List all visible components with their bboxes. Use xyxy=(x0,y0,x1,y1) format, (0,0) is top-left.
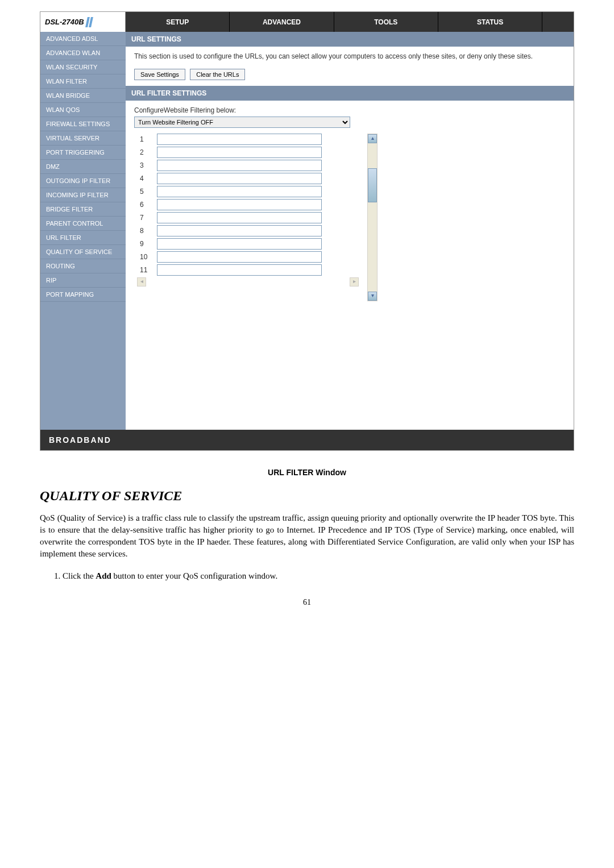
url-input-list: 1 2 3 4 5 6 7 8 9 10 11 ▴ ▾ xyxy=(134,134,565,276)
content-area: URL SETTINGS This section is used to con… xyxy=(126,32,574,430)
url-row: 8 xyxy=(134,225,565,236)
sidebar-item-port-mapping[interactable]: PORT MAPPING xyxy=(40,288,126,302)
logo-bars-icon xyxy=(86,17,92,27)
url-row: 9 xyxy=(134,238,565,250)
tab-setup[interactable]: SETUP xyxy=(126,12,230,32)
url-row: 4 xyxy=(134,173,565,184)
logo: DSL-2740B xyxy=(40,12,126,32)
sidebar-item-advanced-adsl[interactable]: ADVANCED ADSL xyxy=(40,32,126,46)
url-row: 5 xyxy=(134,186,565,197)
url-row: 7 xyxy=(134,212,565,223)
sidebar-item-wlan-bridge[interactable]: WLAN BRIDGE xyxy=(40,89,126,103)
section-heading: QUALITY OF SERVICE xyxy=(40,488,574,504)
url-input-1[interactable] xyxy=(157,134,322,145)
url-row: 3 xyxy=(134,160,565,171)
url-row: 1 xyxy=(134,134,565,145)
sidebar: ADVANCED ADSL ADVANCED WLAN WLAN SECURIT… xyxy=(40,32,126,430)
sidebar-item-url-filter[interactable]: URL FILTER xyxy=(40,231,126,245)
url-settings-description: This section is used to configure the UR… xyxy=(134,52,565,60)
sidebar-item-port-triggering[interactable]: PORT TRIGGERING xyxy=(40,146,126,160)
url-row: 11 xyxy=(134,264,565,276)
scroll-down-icon[interactable]: ▾ xyxy=(368,292,377,301)
sidebar-item-outgoing-ip-filter[interactable]: OUTGOING IP FILTER xyxy=(40,174,126,188)
url-settings-body: This section is used to configure the UR… xyxy=(126,47,574,86)
router-admin-frame: DSL-2740B SETUP ADVANCED TOOLS STATUS AD… xyxy=(40,11,574,451)
sidebar-item-firewall-settings[interactable]: FIREWALL SETTINGS xyxy=(40,117,126,131)
sidebar-item-advanced-wlan[interactable]: ADVANCED WLAN xyxy=(40,46,126,60)
sidebar-item-routing[interactable]: ROUTING xyxy=(40,259,126,273)
sidebar-item-incoming-ip-filter[interactable]: INCOMING IP FILTER xyxy=(40,188,126,202)
url-input-5[interactable] xyxy=(157,186,322,197)
scroll-right-icon[interactable]: ▸ xyxy=(350,277,359,286)
url-input-8[interactable] xyxy=(157,225,322,236)
tab-tools[interactable]: TOOLS xyxy=(334,12,438,32)
horizontal-scrollbar[interactable]: ◂ ▸ xyxy=(137,277,359,286)
url-input-6[interactable] xyxy=(157,199,322,210)
url-input-11[interactable] xyxy=(157,264,322,276)
main-area: ADVANCED ADSL ADVANCED WLAN WLAN SECURIT… xyxy=(40,32,574,430)
list-item: Click the Add button to enter your QoS c… xyxy=(63,571,574,581)
url-input-9[interactable] xyxy=(157,238,322,250)
tab-advanced[interactable]: ADVANCED xyxy=(230,12,334,32)
sidebar-item-virtual-server[interactable]: VIRTUAL SERVER xyxy=(40,131,126,146)
clear-urls-button[interactable]: Clear the URLs xyxy=(190,69,245,80)
sidebar-item-wlan-security[interactable]: WLAN SECURITY xyxy=(40,60,126,74)
sidebar-item-quality-of-service[interactable]: QUALITY OF SERVICE xyxy=(40,245,126,259)
vertical-scrollbar[interactable]: ▴ ▾ xyxy=(367,134,377,301)
scroll-left-icon[interactable]: ◂ xyxy=(137,277,146,286)
top-navigation: DSL-2740B SETUP ADVANCED TOOLS STATUS xyxy=(40,12,574,32)
scroll-thumb[interactable] xyxy=(368,168,377,202)
website-filtering-select[interactable]: Turn Website Filtering OFF xyxy=(134,117,350,128)
url-settings-header: URL SETTINGS xyxy=(126,32,574,47)
instruction-list: Click the Add button to enter your QoS c… xyxy=(63,571,574,581)
sidebar-item-bridge-filter[interactable]: BRIDGE FILTER xyxy=(40,202,126,217)
url-input-7[interactable] xyxy=(157,212,322,223)
url-input-3[interactable] xyxy=(157,160,322,171)
filtering-label: ConfigureWebsite Filtering below: xyxy=(134,106,565,114)
document-section: QUALITY OF SERVICE QoS (Quality of Servi… xyxy=(40,488,574,581)
sidebar-item-wlan-filter[interactable]: WLAN FILTER xyxy=(40,74,126,89)
figure-caption: URL FILTER Window xyxy=(11,468,603,477)
url-row: 10 xyxy=(134,251,565,263)
tab-status[interactable]: STATUS xyxy=(438,12,542,32)
url-filter-settings-header: URL FILTER SETTINGS xyxy=(126,86,574,101)
tab-spacer xyxy=(542,12,574,32)
section-paragraph: QoS (Quality of Service) is a traffic cl… xyxy=(40,512,574,560)
url-filter-settings-body: ConfigureWebsite Filtering below: Turn W… xyxy=(126,101,574,292)
scroll-up-icon[interactable]: ▴ xyxy=(368,134,377,143)
sidebar-item-rip[interactable]: RIP xyxy=(40,273,126,288)
sidebar-item-wlan-qos[interactable]: WLAN QOS xyxy=(40,103,126,117)
url-row: 6 xyxy=(134,199,565,210)
sidebar-item-parent-control[interactable]: PARENT CONTROL xyxy=(40,217,126,231)
save-settings-button[interactable]: Save Settings xyxy=(134,69,185,80)
url-input-2[interactable] xyxy=(157,147,322,158)
page-number: 61 xyxy=(11,598,603,607)
url-input-4[interactable] xyxy=(157,173,322,184)
url-row: 2 xyxy=(134,147,565,158)
sidebar-item-dmz[interactable]: DMZ xyxy=(40,160,126,174)
footer-brand: BROADBAND xyxy=(40,430,574,450)
model-number: DSL-2740B xyxy=(45,18,84,26)
url-input-10[interactable] xyxy=(157,251,322,263)
